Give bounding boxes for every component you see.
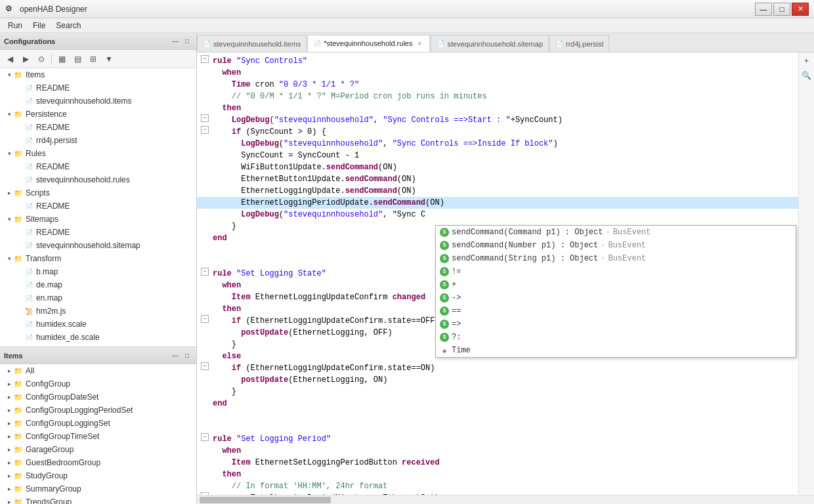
autocomplete-item[interactable]: SsendCommand(Command p1) : Object - BusE… <box>436 226 796 239</box>
autocomplete-item[interactable]: S+ <box>436 278 796 291</box>
tree-expand-icon[interactable]: ▾ <box>5 110 13 118</box>
panel-maximize-button[interactable]: □ <box>182 36 192 47</box>
tree-item-rules-file[interactable]: 📄stevequinnhousehold.rules <box>0 173 196 186</box>
left-panel: Configurations — □ ◀ ▶ ⊙ ▦ ▤ ⊞ ▼ ▾📁Items… <box>0 33 197 504</box>
tree-expand-icon[interactable]: ▾ <box>5 71 13 79</box>
close-button[interactable]: ✕ <box>792 3 809 16</box>
fold-button[interactable]: − <box>201 433 209 441</box>
items-tree-expand-icon[interactable]: ▸ <box>5 406 13 414</box>
tree-item-transform-folder[interactable]: ▾📁Transform <box>0 252 196 265</box>
items-tree-expand-icon[interactable]: ▸ <box>5 432 13 440</box>
items-panel-minimize[interactable]: — <box>170 350 181 361</box>
fold-button[interactable]: − <box>201 315 209 323</box>
tree-expand-icon[interactable]: ▸ <box>5 189 13 197</box>
tree-expand-icon[interactable]: ▾ <box>5 255 13 262</box>
toolbar-forward-button[interactable]: ▶ <box>18 52 33 66</box>
maximize-button[interactable]: □ <box>773 3 790 16</box>
fold-button[interactable]: − <box>201 114 209 122</box>
tree-item-sitemaps-readme[interactable]: 📄README <box>0 226 196 239</box>
autocomplete-item[interactable]: SsendCommand(String p1) : Object - BusEv… <box>436 252 796 265</box>
tree-expand-spacer <box>16 333 24 341</box>
tree-item-scripts-folder[interactable]: ▸📁Scripts <box>0 186 196 200</box>
zoom-in-icon[interactable]: + <box>801 55 813 67</box>
tab-items-tab[interactable]: 📄stevequinnhousehold.items <box>197 35 307 52</box>
menu-search[interactable]: Search <box>51 20 86 32</box>
tree-item-sitemaps-file[interactable]: 📄stevequinnhousehold.sitemap <box>0 239 196 252</box>
tree-item-rules-readme[interactable]: 📄README <box>0 160 196 173</box>
file-icon: 📄 <box>24 293 34 303</box>
items-tree-expand-icon[interactable]: ▸ <box>5 472 13 480</box>
tree-expand-icon[interactable]: ▾ <box>5 150 13 158</box>
fold-button[interactable]: − <box>201 55 209 63</box>
autocomplete-item[interactable]: S-> <box>436 291 796 304</box>
tree-expand-icon[interactable]: ▾ <box>5 215 13 223</box>
fold-button[interactable]: − <box>201 268 209 276</box>
autocomplete-item[interactable]: S!= <box>436 265 796 278</box>
tab-sitemap-tab[interactable]: 📄stevequinnhousehold.sitemap <box>431 35 549 52</box>
toolbar-back-button[interactable]: ◀ <box>3 52 17 66</box>
tab-rules-tab[interactable]: 📄*stevequinnhousehold.rules× <box>307 35 430 52</box>
tree-item-persistence-folder[interactable]: ▾📁Persistence <box>0 108 196 121</box>
tree-item-items-folder[interactable]: ▾📁Items <box>0 68 196 81</box>
autocomplete-item[interactable]: S== <box>436 304 796 318</box>
items-tree-expand-icon[interactable]: ▸ <box>5 393 13 401</box>
items-panel-maximize[interactable]: □ <box>182 350 192 361</box>
tab-close-button[interactable]: × <box>415 39 424 48</box>
items-tree-item-configgroup[interactable]: ▸📁ConfigGroup <box>0 377 196 390</box>
tree-item-persistence-readme[interactable]: 📄README <box>0 121 196 134</box>
tab-persist-tab[interactable]: 📄rrd4j.persist <box>549 35 609 52</box>
tree-item-transform-en[interactable]: 📄en.map <box>0 291 196 304</box>
autocomplete-item[interactable]: S?: <box>436 331 796 344</box>
tree-item-sitemaps-folder[interactable]: ▾📁Sitemaps <box>0 213 196 226</box>
items-tree-item-garagegroup[interactable]: ▸📁GarageGroup <box>0 443 196 456</box>
editor-hscroll[interactable] <box>197 495 814 504</box>
items-tree-item-configgroupdateset[interactable]: ▸📁ConfigGroupDateSet <box>0 390 196 404</box>
tree-item-transform-de[interactable]: 📄de.map <box>0 278 196 291</box>
panel-minimize-button[interactable]: — <box>170 36 181 47</box>
tree-item-items-file[interactable]: 📄stevequinnhousehold.items <box>0 94 196 108</box>
tree-item-transform-humidex-de[interactable]: 📄humidex_de.scale <box>0 331 196 344</box>
items-tree-expand-icon[interactable]: ▸ <box>5 485 13 493</box>
items-tree-item-all[interactable]: ▸📁All <box>0 364 196 377</box>
tree-item-transform-hm2m[interactable]: 📜hm2m.js <box>0 304 196 318</box>
tree-item-scripts-readme[interactable]: 📄README <box>0 200 196 213</box>
toolbar-add-button[interactable]: ⊞ <box>86 52 100 66</box>
hscroll-thumb[interactable] <box>200 497 331 503</box>
autocomplete-item[interactable]: ◆Time <box>436 344 796 357</box>
items-tree-item-studygroup[interactable]: ▸📁StudyGroup <box>0 469 196 482</box>
toolbar-home-button[interactable]: ⊙ <box>34 52 49 66</box>
editor-content[interactable]: −rule "Sync Controls" when Time cron "0 … <box>197 52 798 495</box>
items-tree-expand-icon[interactable]: ▸ <box>5 419 13 427</box>
tree-item-items-readme[interactable]: 📄README <box>0 81 196 94</box>
tree-item-transform-humidex[interactable]: 📄humidex.scale <box>0 318 196 331</box>
items-tree-expand-icon[interactable]: ▸ <box>5 380 13 388</box>
items-tree-item-guestbedroomgroup[interactable]: ▸📁GuestBedroomGroup <box>0 456 196 469</box>
items-tree-item-configgrouploggingperiodset[interactable]: ▸📁ConfigGroupLoggingPeriodSet <box>0 404 196 417</box>
menu-run[interactable]: Run <box>3 20 28 32</box>
menu-file[interactable]: File <box>28 20 51 32</box>
minimize-button[interactable]: — <box>755 3 772 16</box>
fold-button[interactable]: − <box>201 362 209 370</box>
tree-item-persistence-file[interactable]: 📄rrd4j.persist <box>0 134 196 147</box>
tree-item-transform-b[interactable]: 📄b.map <box>0 265 196 278</box>
items-tree-item-configgrouploggingset[interactable]: ▸📁ConfigGroupLoggingSet <box>0 417 196 430</box>
toolbar-view-button[interactable]: ▦ <box>54 52 69 66</box>
items-tree-expand-icon[interactable]: ▸ <box>5 498 13 504</box>
autocomplete-item[interactable]: SsendCommand(Number p1) : Object - BusEv… <box>436 239 796 252</box>
toolbar-list-button[interactable]: ▤ <box>70 52 85 66</box>
items-tree-item-summarygroup[interactable]: ▸📁SummaryGroup <box>0 482 196 495</box>
code-gutter: − <box>197 492 213 495</box>
items-tree-item-trendsgroup[interactable]: ▸📁TrendsGroup <box>0 495 196 504</box>
items-tree-expand-icon[interactable]: ▸ <box>5 367 13 375</box>
autocomplete-item[interactable]: S=> <box>436 318 796 331</box>
fold-button[interactable]: − <box>201 126 209 134</box>
items-tree-expand-icon[interactable]: ▸ <box>5 446 13 453</box>
fold-button[interactable]: − <box>201 492 209 495</box>
toolbar-dropdown-button[interactable]: ▼ <box>102 52 116 66</box>
zoom-out-icon[interactable]: 🔍 <box>801 70 813 81</box>
tree-expand-spacer <box>16 84 24 92</box>
ac-item-text: ?: <box>452 333 461 342</box>
tree-item-rules-folder[interactable]: ▾📁Rules <box>0 147 196 160</box>
items-tree-item-configgrouptimeset[interactable]: ▸📁ConfigGroupTimeSet <box>0 430 196 443</box>
items-tree-expand-icon[interactable]: ▸ <box>5 459 13 467</box>
